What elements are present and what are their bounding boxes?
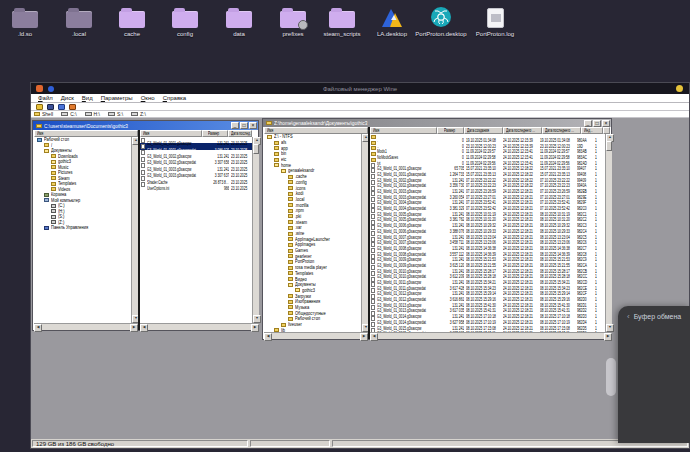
desktop-icon-local[interactable]: .local <box>52 6 106 38</box>
close-button[interactable]: × <box>249 122 257 129</box>
folder-icon <box>288 186 293 190</box>
menu-item-справка[interactable]: Справка <box>159 94 191 103</box>
drive-button-c[interactable]: C:\ <box>61 111 76 117</box>
tree-item-label: Документы <box>295 282 316 287</box>
minimize-button[interactable]: _ <box>231 122 239 129</box>
file-icon <box>371 208 375 213</box>
column-header[interactable]: Инд... <box>581 127 603 134</box>
mdi-area: C:\users\steamuser\Documents\gothic3 _ □… <box>31 118 689 439</box>
chevron-left-icon[interactable]: ‹ <box>627 313 630 321</box>
scrollbar-thumb[interactable] <box>606 141 612 151</box>
column-header[interactable] <box>603 127 610 134</box>
desktop-icon-steam-scripts[interactable]: steam_scripts <box>315 6 369 38</box>
window-minimize-button[interactable] <box>676 85 683 92</box>
drive-label: H:\ <box>94 111 100 117</box>
folder-icon <box>371 146 376 150</box>
tree-hscrollbar[interactable] <box>264 332 368 339</box>
window-title: Файловый менеджер Wine <box>323 86 397 92</box>
drive-button-h[interactable]: H:\ <box>85 111 100 117</box>
document-icon <box>487 8 504 28</box>
files-scrollbar[interactable] <box>605 134 612 332</box>
desktop-icon-la-desktop[interactable]: LA.desktop <box>365 6 419 38</box>
child-window-title: C:\users\steamuser\Documents\gothic3 <box>44 123 230 129</box>
column-header[interactable]: Имя <box>264 127 368 134</box>
tree-item-label: home <box>281 163 291 168</box>
child-window-titlebar[interactable]: Z:\home\genaaleksandr\Документы\gothic3 … <box>263 119 611 127</box>
folder-icon <box>371 158 376 162</box>
desktop-icon-config[interactable]: config <box>158 6 212 38</box>
child-window-titlebar[interactable]: C:\users\steamuser\Documents\gothic3 _ □… <box>33 121 258 130</box>
file-icon <box>141 176 145 181</box>
column-header[interactable]: Имя <box>140 130 202 137</box>
folder-icon <box>281 323 286 327</box>
desktop-icon-cache[interactable]: cache <box>105 6 159 38</box>
file-icon <box>371 220 375 225</box>
tree-item[interactable]: Панель Управления <box>34 225 131 231</box>
files-scrollbar[interactable] <box>252 137 259 323</box>
maximize-button[interactable]: □ <box>593 120 601 127</box>
connect-network-drive-icon[interactable] <box>36 104 43 110</box>
window-menu-button[interactable] <box>36 85 43 92</box>
desktop-icon-data[interactable]: data <box>212 6 266 38</box>
tree-item-label: Downloads <box>58 154 78 159</box>
column-header[interactable]: Дата последнего ... <box>542 127 581 134</box>
drive-icon <box>51 204 56 208</box>
folder-icon <box>288 175 293 179</box>
column-header[interactable]: Дата послед... <box>228 130 252 137</box>
file-icon <box>371 288 375 293</box>
tree-item-label: .pki <box>295 214 301 219</box>
folder-icon <box>36 124 42 128</box>
drive-button-z[interactable]: Z:\ <box>131 111 146 117</box>
file-icon <box>141 182 145 187</box>
tree-item-label: (S:) <box>58 214 64 219</box>
column-header[interactable]: Имя <box>34 130 138 137</box>
desktop-icon-prefixes[interactable]: prefixes <box>266 6 320 38</box>
tree-item-label: Рабочий стол <box>295 316 320 321</box>
desktop-icon-portproton-log[interactable]: PortProton.log <box>468 6 522 38</box>
minimize-button[interactable]: _ <box>584 120 592 127</box>
tree-item-label: Общедоступные <box>295 311 326 316</box>
column-header[interactable]: Дата последнего ... <box>503 127 542 134</box>
computer-icon <box>44 198 49 202</box>
column-header[interactable]: Дата создания <box>464 127 503 134</box>
files-hscrollbar[interactable] <box>140 323 259 330</box>
file-icon <box>141 144 145 149</box>
menu-item-диск[interactable]: Диск <box>57 94 78 103</box>
tree-item-label: AppImageLauncher <box>295 237 330 242</box>
tree-item-label: rosa media player <box>295 265 327 270</box>
menu-item-окно[interactable]: Окно <box>137 94 159 103</box>
tree-hscrollbar[interactable] <box>34 323 138 330</box>
tree-scrollbar[interactable] <box>361 134 368 332</box>
folder-icon <box>105 6 159 28</box>
desktop-background: .ld.so.localcacheconfigdataprefixessteam… <box>0 0 690 452</box>
maximize-button[interactable]: □ <box>240 122 248 129</box>
clipboard-panel-handle[interactable] <box>606 358 616 396</box>
menu-item-параметры[interactable]: Параметры <box>97 94 137 103</box>
desktop-icon-label: .local <box>52 31 106 38</box>
drive-list-icon[interactable] <box>58 104 65 110</box>
menu-item-вид[interactable]: Вид <box>78 94 97 103</box>
drive-button-s[interactable]: S:\ <box>108 111 123 117</box>
scrollbar-thumb[interactable] <box>253 144 259 154</box>
column-header[interactable]: Имя <box>370 127 437 134</box>
column-header[interactable]: Размер <box>437 127 464 134</box>
desktop-icon-portproton-desktop[interactable]: PortProton.desktop <box>414 6 468 38</box>
tree-item-label: PortProton <box>295 259 314 264</box>
folder-icon <box>274 141 279 145</box>
drive-button-shell[interactable]: Shell <box>34 111 53 117</box>
close-button[interactable]: × <box>602 120 610 127</box>
files-hscrollbar[interactable] <box>370 332 612 339</box>
column-header[interactable]: Размер <box>202 130 228 137</box>
tree-item-label: Music <box>58 165 68 170</box>
desktop-icon-ld-so[interactable]: .ld.so <box>0 6 52 38</box>
menu-bar: ФайлДискВидПараметрыОкноСправка <box>31 94 689 103</box>
drive-icon <box>108 112 115 116</box>
disconnect-network-drive-icon[interactable] <box>47 104 54 110</box>
menu-item-файл[interactable]: Файл <box>34 94 57 103</box>
file-icon <box>371 231 375 236</box>
window-pin-button[interactable] <box>48 86 54 92</box>
column-header-label: Имя <box>143 131 149 136</box>
window-titlebar[interactable]: Файловый менеджер Wine <box>31 83 689 94</box>
window-tile-icon[interactable] <box>69 104 76 110</box>
tree-scrollbar[interactable] <box>131 137 138 323</box>
